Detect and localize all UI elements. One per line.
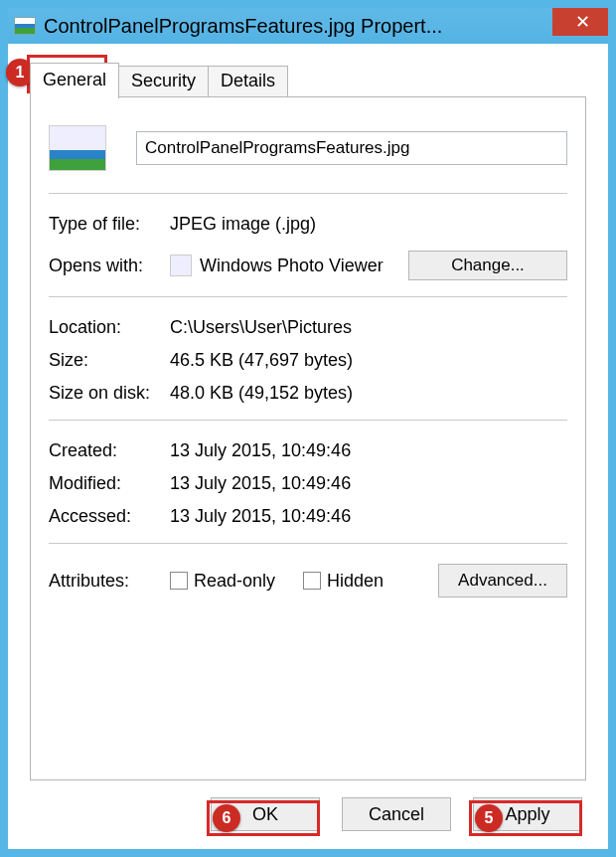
thumbnail-icon	[49, 125, 106, 171]
label-attributes: Attributes:	[49, 571, 170, 592]
separator	[49, 193, 567, 194]
label-modified: Modified:	[49, 473, 170, 494]
value-accessed: 13 July 2015, 10:49:46	[170, 506, 567, 527]
change-button[interactable]: Change...	[408, 251, 567, 280]
dialog-button-bar: OK Cancel Apply	[8, 797, 608, 849]
tab-general[interactable]: General	[30, 63, 119, 98]
label-type-of-file: Type of file:	[49, 214, 170, 235]
tabstrip: General Security Details	[8, 44, 608, 97]
value-size: 46.5 KB (47,697 bytes)	[170, 350, 567, 371]
separator	[49, 296, 567, 297]
cancel-button[interactable]: Cancel	[342, 797, 451, 831]
checkbox-hidden[interactable]: Hidden	[303, 571, 384, 592]
app-icon	[170, 255, 192, 276]
value-type-of-file: JPEG image (.jpg)	[170, 214, 567, 235]
apply-button[interactable]: Apply	[473, 797, 582, 831]
advanced-button[interactable]: Advanced...	[438, 564, 567, 598]
client-area: General Security Details Type of file: J…	[8, 44, 608, 849]
checkbox-hidden-label: Hidden	[327, 571, 384, 592]
file-icon	[14, 17, 36, 35]
value-size-on-disk: 48.0 KB (49,152 bytes)	[170, 383, 567, 404]
separator	[49, 543, 567, 544]
label-size: Size:	[49, 350, 170, 371]
properties-window: ControlPanelProgramsFeatures.jpg Propert…	[0, 0, 616, 857]
tab-panel-general: Type of file: JPEG image (.jpg) Opens wi…	[30, 96, 586, 780]
filename-input[interactable]	[136, 131, 567, 165]
close-button[interactable]: ✕	[552, 8, 608, 36]
label-accessed: Accessed:	[49, 506, 170, 527]
checkbox-read-only-label: Read-only	[194, 571, 275, 592]
checkbox-box-icon	[170, 572, 188, 590]
label-created: Created:	[49, 440, 170, 461]
separator	[49, 420, 567, 421]
tab-security[interactable]: Security	[118, 66, 209, 97]
checkbox-read-only[interactable]: Read-only	[170, 571, 275, 592]
label-size-on-disk: Size on disk:	[49, 383, 170, 404]
value-modified: 13 July 2015, 10:49:46	[170, 473, 567, 494]
titlebar: ControlPanelProgramsFeatures.jpg Propert…	[8, 8, 608, 44]
value-location: C:\Users\User\Pictures	[170, 317, 567, 338]
tab-details[interactable]: Details	[208, 66, 288, 97]
checkbox-box-icon	[303, 572, 321, 590]
close-icon: ✕	[575, 11, 590, 33]
value-created: 13 July 2015, 10:49:46	[170, 440, 567, 461]
ok-button[interactable]: OK	[211, 797, 320, 831]
label-opens-with: Opens with:	[49, 256, 170, 276]
label-location: Location:	[49, 317, 170, 338]
window-title: ControlPanelProgramsFeatures.jpg Propert…	[44, 15, 552, 38]
value-opens-with: Windows Photo Viewer	[200, 256, 408, 276]
